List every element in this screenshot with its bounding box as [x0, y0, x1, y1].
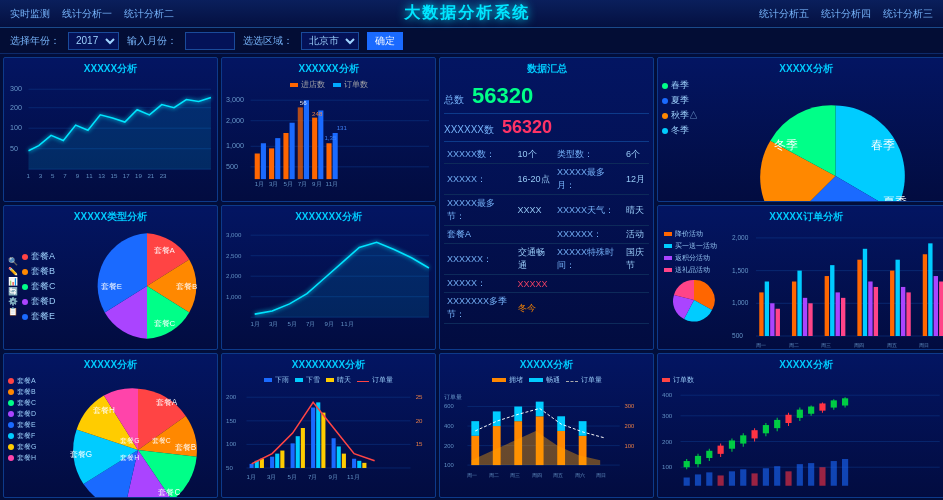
svg-rect-143 — [332, 438, 336, 468]
panel-weather-bars: XXXXXXXX分析 下雨 下雪 晴天 订单量 200 150 100 50 2… — [221, 353, 436, 498]
table-row: XXXXXXX多季节：冬今 — [444, 293, 649, 324]
svg-text:131: 131 — [337, 124, 348, 131]
svg-rect-231 — [763, 468, 769, 485]
svg-rect-234 — [797, 464, 803, 486]
svg-rect-201 — [718, 446, 724, 454]
svg-rect-33 — [283, 133, 288, 179]
panel5-title: XXXXXXX分析 — [226, 210, 431, 224]
svg-rect-92 — [841, 298, 845, 336]
svg-text:周一: 周一 — [467, 473, 477, 478]
confirm-button[interactable]: 确定 — [367, 32, 403, 50]
svg-text:套餐B: 套餐B — [176, 281, 197, 290]
panel8-title: XXXXXXXX分析 — [226, 358, 431, 372]
svg-rect-97 — [890, 271, 894, 336]
svg-rect-34 — [290, 123, 295, 179]
svg-rect-139 — [301, 428, 305, 468]
nav-stat2[interactable]: 统计分析二 — [124, 7, 174, 21]
svg-rect-103 — [934, 276, 938, 336]
nav-line1[interactable]: 线计分析一 — [62, 7, 112, 21]
colorful-legend: 套餐A 套餐B 套餐C 套餐D 套餐E 套餐F 套餐G 套餐H — [8, 375, 63, 498]
legend-winter: 冬季 — [662, 124, 717, 137]
nav-realtime[interactable]: 实时监测 — [10, 7, 50, 21]
svg-text:周五: 周五 — [553, 473, 563, 478]
nav-stat3[interactable]: 统计分析三 — [883, 7, 933, 21]
table-row: XXXXX：16-20点 XXXXX最多月：12月 — [444, 164, 649, 195]
svg-text:400: 400 — [662, 391, 673, 398]
season-pie-chart: 春季 夏季 冬季 — [721, 79, 943, 198]
panel-data-summary: 数据汇总 总数 56320 XXXXXX数 56320 XXXXX数：10个 类… — [439, 57, 654, 350]
svg-text:3月: 3月 — [269, 320, 278, 327]
svg-text:2,000: 2,000 — [226, 272, 242, 279]
svg-text:19: 19 — [135, 172, 142, 179]
season-legend: 春季 夏季 秋季△ 冬季 — [662, 79, 717, 198]
svg-text:冬季: 冬季 — [774, 138, 798, 152]
svg-text:15: 15 — [111, 172, 118, 179]
table-row: XXXXX最多节：XXXX XXXXX天气：晴天 — [444, 195, 649, 226]
svg-text:套餐G: 套餐G — [120, 437, 139, 444]
table-row: 套餐A XXXXXX：活动 — [444, 226, 649, 244]
svg-rect-32 — [275, 138, 280, 179]
total-label: 总数 — [444, 93, 464, 107]
svg-text:套餐G: 套餐G — [70, 450, 92, 459]
nav-right[interactable]: 统计分析五 统计分析四 统计分析三 — [759, 7, 933, 21]
svg-rect-87 — [803, 298, 807, 336]
svg-text:11: 11 — [86, 172, 93, 179]
nav-stat4[interactable]: 统计分析四 — [821, 7, 871, 21]
svg-rect-168 — [471, 421, 479, 436]
table-row: XXXXXX：交通畅通 XXXXX特殊时间：国庆节 — [444, 244, 649, 275]
legend-gift: 送礼品活动 — [664, 265, 730, 275]
svg-text:7: 7 — [63, 172, 67, 179]
svg-text:订单量: 订单量 — [444, 394, 462, 400]
nav-left[interactable]: 实时监测 线计分析一 统计分析二 — [10, 7, 174, 21]
legend-e2: 套餐E — [8, 420, 63, 430]
svg-text:套餐A: 套餐A — [156, 398, 178, 407]
svg-rect-142 — [321, 413, 325, 468]
svg-text:300: 300 — [662, 412, 673, 419]
svg-rect-140 — [311, 408, 315, 468]
order-pie-inset — [664, 275, 724, 325]
svg-rect-37 — [312, 118, 317, 180]
svg-rect-215 — [797, 410, 803, 418]
svg-rect-95 — [868, 281, 872, 335]
legend-d2: 套餐D — [8, 409, 63, 419]
svg-rect-178 — [579, 421, 587, 436]
svg-text:周四: 周四 — [532, 473, 542, 478]
nav-stat5[interactable]: 统计分析五 — [759, 7, 809, 21]
svg-rect-36 — [304, 100, 309, 179]
svg-rect-134 — [270, 457, 274, 468]
svg-rect-31 — [269, 148, 274, 179]
svg-rect-237 — [831, 461, 837, 486]
svg-text:11月: 11月 — [341, 320, 354, 327]
svg-rect-227 — [718, 475, 724, 485]
svg-rect-199 — [706, 451, 712, 458]
legend-meal-d: 套餐D — [22, 295, 77, 308]
svg-rect-147 — [357, 461, 361, 468]
svg-text:1: 1 — [26, 172, 30, 179]
bar-chart-1: 3,000 2,000 1,000 500 56 248 1,35 — [226, 92, 431, 195]
svg-text:5月: 5月 — [283, 180, 292, 187]
panel-line-chart: XXXXX分析 300 200 100 50 1 3 5 7 9 11 13 — [3, 57, 218, 202]
weather-legend: 下雨 下雪 晴天 订单量 — [226, 375, 431, 385]
svg-text:20: 20 — [416, 417, 423, 424]
year-select[interactable]: 201720162018 — [68, 32, 119, 50]
svg-rect-211 — [774, 420, 780, 428]
svg-rect-30 — [261, 143, 266, 179]
panel2-title: XXXXXX分析 — [226, 62, 431, 76]
legend-c2: 套餐C — [8, 398, 63, 408]
svg-rect-90 — [830, 265, 834, 336]
svg-text:200: 200 — [10, 104, 22, 112]
header: 实时监测 线计分析一 统计分析二 大数据分析系统 统计分析五 统计分析四 统计分… — [0, 0, 943, 28]
region-select[interactable]: 北京市上海市 — [301, 32, 359, 50]
sub-label: XXXXXX数 — [444, 123, 494, 137]
month-input[interactable] — [185, 32, 235, 50]
svg-rect-39 — [326, 143, 331, 179]
svg-text:套餐C: 套餐C — [152, 437, 171, 444]
svg-text:夏季: 夏季 — [883, 195, 907, 202]
svg-rect-238 — [842, 459, 848, 486]
svg-rect-145 — [342, 454, 346, 468]
legend-meal-e: 套餐E — [22, 310, 77, 323]
meal-pie-inner: 🔍✏️📊🔄⚙️📋 套餐A 套餐B 套餐C — [8, 227, 213, 346]
sub-value: 56320 — [502, 117, 552, 138]
legend-sunny: 晴天 — [326, 375, 351, 385]
transport-legend: 拥堵 畅通 订单量 — [444, 375, 649, 385]
